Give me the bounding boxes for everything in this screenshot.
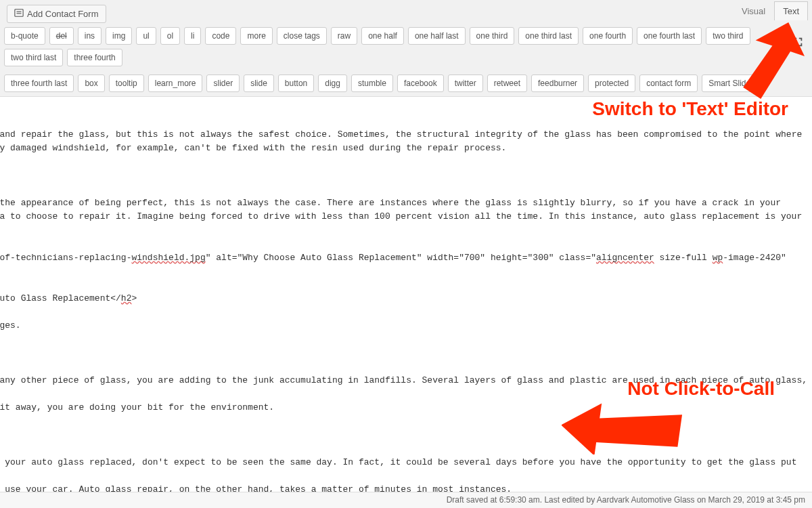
qt-ins[interactable]: ins	[78, 27, 102, 45]
qt-button[interactable]: button	[278, 75, 314, 92]
qt-Smart-Slider[interactable]: Smart Slider	[702, 75, 760, 92]
form-icon	[14, 8, 24, 20]
qt-two-third[interactable]: two third	[706, 27, 750, 45]
qt-one-fourth-last[interactable]: one fourth last	[637, 27, 702, 45]
qt-contact-form[interactable]: contact form	[639, 75, 698, 92]
qt-del[interactable]: del	[49, 27, 74, 45]
quicktags-toolbar: b-quotedelinsimgulollicodemoreclose tags…	[0, 24, 812, 97]
qt-li[interactable]: li	[184, 27, 201, 45]
qt-twitter[interactable]: twitter	[448, 75, 483, 92]
qt-facebook[interactable]: facebook	[397, 75, 444, 92]
qt-one-third-last[interactable]: one third last	[518, 27, 579, 45]
qt-tooltip[interactable]: tooltip	[109, 75, 144, 92]
qt-slider[interactable]: slider	[206, 75, 240, 92]
qt-close-tags[interactable]: close tags	[277, 27, 327, 45]
status-bar: Draft saved at 6:59:30 am. Last edited b…	[0, 492, 812, 508]
qt-one-half[interactable]: one half	[361, 27, 404, 45]
qt-feedburner[interactable]: feedburner	[531, 75, 584, 92]
add-contact-form-label: Add Contact Form	[27, 9, 99, 19]
qt-one-half-last[interactable]: one half last	[408, 27, 466, 45]
qt-digg[interactable]: digg	[318, 75, 347, 92]
qt-ul[interactable]: ul	[136, 27, 156, 45]
editor-content[interactable]: age reasons, an. take the cheap option a…	[0, 97, 812, 508]
qt-box[interactable]: box	[78, 75, 104, 92]
qt-more[interactable]: more	[240, 27, 272, 45]
tab-text[interactable]: Text	[774, 1, 808, 20]
qt-retweet[interactable]: retweet	[487, 75, 527, 92]
qt-three-fourth[interactable]: three fourth	[67, 49, 122, 66]
qt-img[interactable]: img	[106, 27, 132, 45]
svg-rect-0	[15, 9, 23, 16]
qt-raw[interactable]: raw	[331, 27, 357, 45]
qt-code[interactable]: code	[205, 27, 236, 45]
editor-mode-tabs: Visual Text	[733, 1, 808, 20]
editor-topbar: Add Contact Form Visual Text	[0, 0, 812, 24]
text-editor-area[interactable]: age reasons, an. take the cheap option a…	[0, 97, 812, 508]
qt-one-fourth[interactable]: one fourth	[583, 27, 633, 45]
qt-one-third[interactable]: one third	[470, 27, 515, 45]
qt-ol[interactable]: ol	[160, 27, 180, 45]
status-text: Draft saved at 6:59:30 am. Last edited b…	[447, 495, 805, 505]
qt-stumble[interactable]: stumble	[351, 75, 393, 92]
qt-two-third-last[interactable]: two third last	[4, 49, 63, 66]
qt-protected[interactable]: protected	[588, 75, 635, 92]
qt-b-quote[interactable]: b-quote	[4, 27, 45, 45]
tab-visual[interactable]: Visual	[733, 1, 774, 20]
qt-three-fourth-last[interactable]: three fourth last	[4, 75, 74, 92]
qt-learn_more[interactable]: learn_more	[148, 75, 203, 92]
qt-slide[interactable]: slide	[244, 75, 274, 92]
add-contact-form-button[interactable]: Add Contact Form	[7, 5, 106, 23]
distraction-free-icon[interactable]	[792, 36, 804, 48]
